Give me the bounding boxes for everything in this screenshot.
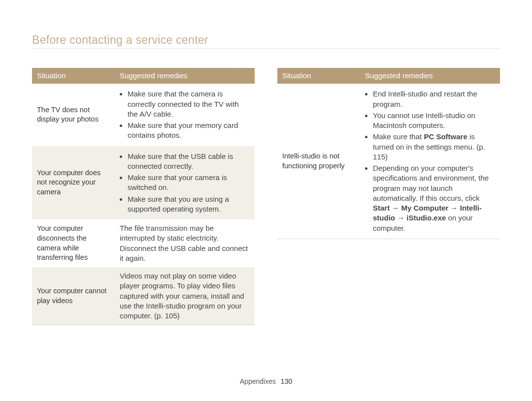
- table-row: Your computer cannot play videosVideos m…: [32, 267, 255, 325]
- situation-cell: Your computer cannot play videos: [32, 267, 115, 325]
- situation-cell: Intelli-studio is not functioning proper…: [277, 84, 360, 239]
- troubleshooting-table-right: Situation Suggested remedies Intelli-stu…: [277, 68, 500, 239]
- remedy-text: Make sure that the USB cable is connecte…: [128, 152, 233, 170]
- table-row: Intelli-studio is not functioning proper…: [277, 84, 500, 239]
- troubleshooting-table-left: Situation Suggested remedies The TV does…: [32, 68, 255, 325]
- remedy-list: End Intelli-studio and restart the progr…: [365, 89, 495, 233]
- remedy-item: Depending on your computer's specificati…: [373, 163, 495, 233]
- remedy-cell: The file transmission may be interrupted…: [115, 219, 255, 267]
- remedy-item: Make sure that PC Software is turned on …: [373, 132, 495, 162]
- remedy-item: Make sure that you are using a supported…: [128, 194, 250, 215]
- table-row: Your computer does not recognize your ca…: [32, 146, 255, 220]
- title-underline: [32, 48, 500, 49]
- remedy-text: Make sure that the camera is correctly c…: [128, 90, 239, 118]
- left-column: Situation Suggested remedies The TV does…: [32, 68, 255, 325]
- remedy-list: Make sure that the USB cable is connecte…: [120, 152, 250, 215]
- remedy-cell: End Intelli-studio and restart the progr…: [360, 84, 500, 239]
- page-footer: Appendixes 130: [0, 377, 532, 385]
- remedy-cell: Make sure that the USB cable is connecte…: [115, 146, 255, 220]
- situation-cell: The TV does not display your photos: [32, 84, 115, 146]
- col-header-situation: Situation: [32, 68, 115, 84]
- right-column: Situation Suggested remedies Intelli-stu…: [277, 68, 500, 325]
- page-title: Before contacting a service center: [32, 33, 208, 47]
- columns: Situation Suggested remedies The TV does…: [32, 68, 500, 325]
- table-header-row: Situation Suggested remedies: [32, 68, 255, 84]
- remedy-text: Depending on your computer's specificati…: [373, 164, 489, 232]
- remedy-text: You cannot use Intelli-studio on Macinto…: [373, 111, 475, 129]
- table-header-row: Situation Suggested remedies: [277, 68, 500, 84]
- remedy-item: End Intelli-studio and restart the progr…: [373, 89, 495, 109]
- remedy-cell: Videos may not play on some video player…: [115, 267, 255, 325]
- remedy-text: Make sure that you are using a supported…: [128, 195, 229, 213]
- remedy-text: Make sure that PC Software is turned on …: [373, 132, 485, 161]
- remedy-item: Make sure that your memory card contains…: [128, 121, 250, 141]
- footer-page-number: 130: [281, 377, 292, 385]
- situation-cell: Your computer disconnects the camera whi…: [32, 219, 115, 267]
- remedy-text: End Intelli-studio and restart the progr…: [373, 90, 477, 108]
- col-header-situation: Situation: [277, 68, 360, 84]
- remedy-text: Make sure that your camera is switched o…: [128, 173, 227, 191]
- footer-section: Appendixes: [240, 377, 276, 385]
- remedy-item: Make sure that the USB cable is connecte…: [128, 152, 250, 172]
- col-header-remedies: Suggested remedies: [360, 68, 500, 84]
- table-row: Your computer disconnects the camera whi…: [32, 219, 255, 267]
- remedy-text: Videos may not play on some video player…: [120, 272, 244, 320]
- remedy-item: Make sure that your camera is switched o…: [128, 173, 250, 193]
- remedy-cell: Make sure that the camera is correctly c…: [115, 84, 255, 146]
- remedy-text: Make sure that your memory card contains…: [128, 121, 238, 139]
- table-row: The TV does not display your photosMake …: [32, 84, 255, 146]
- remedy-text: The file transmission may be interrupted…: [120, 224, 248, 262]
- page: Before contacting a service center Situa…: [0, 0, 532, 401]
- col-header-remedies: Suggested remedies: [115, 68, 255, 84]
- remedy-list: Make sure that the camera is correctly c…: [120, 89, 250, 140]
- remedy-item: Make sure that the camera is correctly c…: [128, 89, 250, 119]
- remedy-item: You cannot use Intelli-studio on Macinto…: [373, 111, 495, 131]
- situation-cell: Your computer does not recognize your ca…: [32, 146, 115, 220]
